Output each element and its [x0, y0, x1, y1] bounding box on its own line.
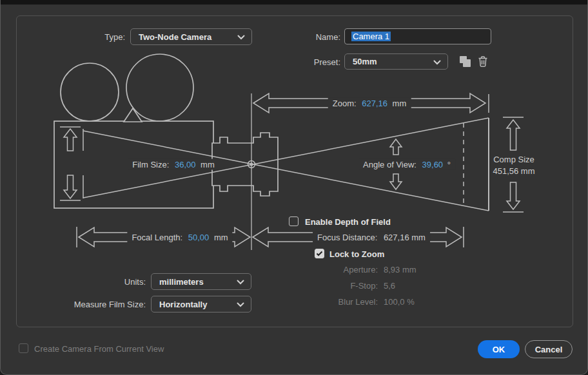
check-icon: [316, 251, 323, 256]
chevron-down-icon: [433, 56, 441, 68]
preset-label: Preset:: [284, 57, 340, 67]
chevron-down-icon: [237, 298, 244, 310]
save-preset-icon[interactable]: [458, 54, 473, 68]
film-size-label: Film Size:: [132, 160, 169, 169]
type-dropdown-value: Two-Node Camera: [139, 32, 237, 42]
enable-dof-label: Enable Depth of Field: [305, 217, 391, 227]
comp-size-value: 451,56 mm: [493, 166, 534, 177]
type-label: Type:: [65, 32, 125, 42]
chevron-down-icon: [237, 31, 245, 43]
units-label: Units:: [78, 277, 146, 287]
camera-settings-dialog: Type: Two-Node Camera Name: Camera 1 Pre…: [0, 0, 588, 375]
focal-length-unit: mm: [214, 233, 228, 242]
focal-length-readout: Focal Length: 50,00 mm: [127, 232, 232, 243]
blur-level-label: Blur Level:: [310, 297, 378, 307]
blur-level-value: 100,0 %: [384, 297, 415, 307]
chevron-down-icon: [237, 276, 244, 287]
lock-to-zoom-checkbox[interactable]: [315, 249, 324, 258]
ok-button[interactable]: OK: [478, 340, 520, 358]
aperture-label: Aperture:: [310, 265, 378, 274]
angle-of-view-readout: Angle of View: 39,60 °: [358, 159, 455, 170]
type-dropdown[interactable]: Two-Node Camera: [130, 28, 252, 45]
film-size-unit: mm: [201, 160, 215, 169]
focus-distance-readout: Focus Distance: 627,16 mm: [313, 232, 430, 243]
zoom-label: Zoom:: [333, 99, 357, 108]
create-from-view-checkbox[interactable]: [19, 343, 28, 353]
zoom-value[interactable]: 627,16: [362, 99, 387, 108]
aperture-value: 8,93 mm: [384, 265, 416, 274]
focus-distance-label: Focus Distance:: [317, 233, 377, 242]
units-dropdown[interactable]: millimeters: [151, 273, 251, 290]
lock-to-zoom-label: Lock to Zoom: [329, 249, 384, 259]
enable-dof-checkbox[interactable]: [289, 216, 299, 226]
name-label: Name:: [284, 32, 340, 42]
focal-length-label: Focal Length:: [132, 233, 182, 242]
comp-size-label: Comp Size: [493, 154, 534, 166]
zoom-unit: mm: [393, 99, 407, 108]
focal-length-value[interactable]: 50,00: [188, 233, 210, 242]
film-size-value[interactable]: 36,00: [175, 160, 196, 169]
f-stop-label: F-Stop:: [310, 281, 378, 291]
cancel-button[interactable]: Cancel: [525, 340, 573, 358]
focus-distance-value: 627,16 mm: [384, 233, 426, 242]
name-input-value: Camera 1: [351, 32, 391, 41]
units-dropdown-value: millimeters: [159, 277, 237, 287]
create-from-view-label: Create Camera From Current View: [34, 344, 164, 354]
measure-film-size-dropdown[interactable]: Horizontally: [151, 296, 251, 312]
f-stop-value: 5,6: [384, 281, 395, 291]
delete-preset-icon[interactable]: [476, 54, 490, 68]
angle-of-view-unit: °: [447, 160, 451, 169]
preset-dropdown-value: 50mm: [353, 57, 433, 66]
preset-dropdown[interactable]: 50mm: [344, 53, 448, 70]
angle-of-view-value[interactable]: 39,60: [422, 160, 444, 169]
angle-of-view-label: Angle of View:: [363, 160, 416, 169]
film-size-readout: Film Size: 36,00 mm: [128, 159, 219, 170]
measure-film-size-label: Measure Film Size:: [46, 300, 146, 309]
titlebar-edge: [1, 0, 587, 5]
comp-size-readout: Comp Size 451,56 mm: [493, 154, 534, 177]
zoom-readout: Zoom: 627,16 mm: [328, 98, 411, 109]
name-input[interactable]: Camera 1: [344, 28, 491, 44]
measure-dropdown-value: Horizontally: [159, 300, 237, 309]
